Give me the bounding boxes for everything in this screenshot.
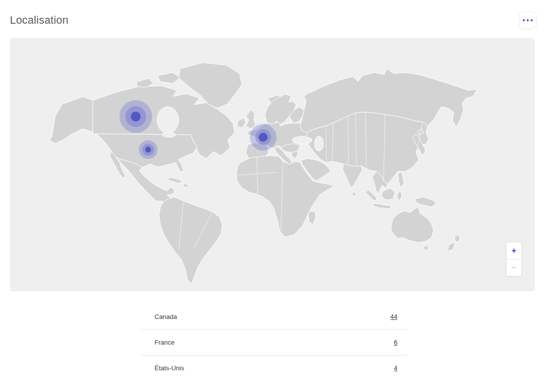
map-marker-canada[interactable] — [119, 100, 152, 133]
map-zoom-control: + − — [506, 242, 522, 276]
country-table: Canada 44 France 6 États-Unis 4 — [141, 304, 407, 381]
caspian-sea — [314, 136, 323, 151]
zoom-out-button[interactable]: − — [507, 259, 521, 276]
map-marker-france[interactable] — [250, 124, 276, 151]
great-lakes — [162, 132, 176, 137]
zoom-in-button[interactable]: + — [507, 242, 521, 259]
widget-header: Localisation — [0, 0, 548, 38]
country-value-link[interactable]: 6 — [394, 339, 397, 346]
hudson-bay — [157, 107, 179, 133]
country-value-link[interactable]: 4 — [394, 364, 397, 372]
ellipsis-icon — [523, 19, 533, 21]
map-marker-etats-unis[interactable] — [139, 140, 157, 159]
more-options-button[interactable] — [519, 11, 537, 29]
country-label: Canada — [155, 313, 177, 320]
page-title: Localisation — [10, 14, 69, 27]
land-tasmania — [424, 245, 429, 250]
world-map — [10, 38, 535, 291]
country-value-link[interactable]: 44 — [391, 313, 397, 320]
black-sea — [292, 136, 312, 144]
country-label: France — [155, 339, 174, 346]
table-row: France 6 — [141, 329, 407, 355]
table-row: Canada 44 — [141, 304, 407, 329]
country-label: États-Unis — [155, 364, 184, 372]
table-row: États-Unis 4 — [141, 355, 407, 381]
world-map-panel: + − — [10, 38, 535, 291]
